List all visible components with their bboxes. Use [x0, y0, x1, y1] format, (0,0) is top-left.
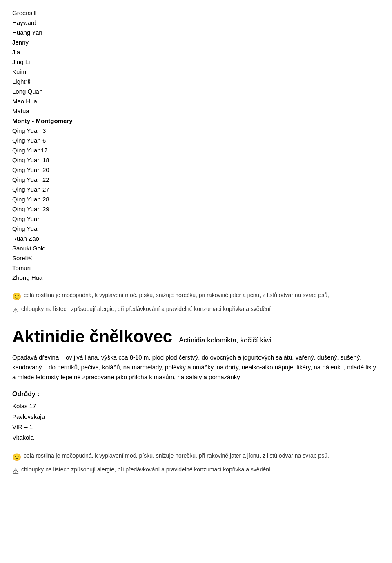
- list-item: Soreli®: [12, 253, 380, 263]
- list-item: Light'®: [12, 77, 380, 87]
- list-item: Jia: [12, 47, 380, 57]
- warning-text-2: chloupky na listech způsobují alergie, p…: [21, 465, 271, 474]
- odrody-item: VIR – 1: [12, 422, 380, 432]
- list-item: Hayward: [12, 18, 380, 28]
- warning-note-1: ⚠ chloupky na listech způsobují alergie,…: [12, 305, 380, 316]
- odrody-section: Odrůdy : Kolas 17PavlovskajaVIR – 1Vitak…: [12, 389, 380, 442]
- list-item: Qing Yuan: [12, 224, 380, 234]
- list-item: Qing Yuan 6: [12, 136, 380, 145]
- smiley-icon-2: 🙂: [12, 452, 21, 463]
- list-item: Mao Hua: [12, 96, 380, 106]
- list-item: Ruan Zao: [12, 234, 380, 244]
- list-item: Tomuri: [12, 263, 380, 273]
- list-item: Jing Li: [12, 57, 380, 67]
- list-item: Qing Yuan: [12, 214, 380, 224]
- list-item: Qing Yuan 18: [12, 155, 380, 165]
- list-item: Huang Yan: [12, 28, 380, 38]
- odrody-list: Kolas 17PavlovskajaVIR – 1Vitakola: [12, 401, 380, 442]
- list-item: Qing Yuan 20: [12, 165, 380, 175]
- list-item: Qing Yuan 22: [12, 175, 380, 185]
- list-item: Sanuki Gold: [12, 244, 380, 253]
- note-text-1: celá rostlina je močopudná, k vyplavení …: [24, 291, 329, 299]
- note-text-2: celá rostlina je močopudná, k vyplavení …: [24, 451, 329, 460]
- list-item: Qing Yuan17: [12, 145, 380, 155]
- list-item: Monty - Montgomery: [12, 116, 380, 126]
- warning-icon-1: ⚠: [12, 305, 19, 316]
- article-description: Opadavá dřevina – ovíjivá liána, výška c…: [12, 353, 380, 382]
- list-item: Kuimi: [12, 67, 380, 77]
- cultivar-list: GreensillHaywardHuang YanJennyJiaJing Li…: [12, 8, 380, 283]
- list-item: Qing Yuan 29: [12, 204, 380, 214]
- list-item: Qing Yuan 27: [12, 185, 380, 194]
- odrody-item: Kolas 17: [12, 401, 380, 411]
- list-item: Jenny: [12, 38, 380, 47]
- warning-text-1: chloupky na listech způsobují alergie, p…: [21, 305, 271, 313]
- warning-icon-2: ⚠: [12, 466, 19, 477]
- list-item: Long Quan: [12, 87, 380, 96]
- list-item: Qing Yuan 3: [12, 126, 380, 136]
- list-item: Greensill: [12, 8, 380, 18]
- odrody-title: Odrůdy :: [12, 389, 380, 399]
- odrody-item: Vitakola: [12, 432, 380, 443]
- article-title-main: Aktinidie čnělkovec: [12, 324, 172, 349]
- list-item: Qing Yuan 28: [12, 194, 380, 204]
- list-item: Zhong Hua: [12, 273, 380, 283]
- article-title-latin: Actinidia kolomikta, kočičí kiwi: [179, 335, 272, 346]
- smiley-note-1: 🙂 celá rostlina je močopudná, k vyplaven…: [12, 291, 380, 302]
- warning-note-2: ⚠ chloupky na listech způsobují alergie,…: [12, 465, 380, 477]
- article-title: Aktinidie čnělkovec Actinidia kolomikta,…: [12, 324, 380, 349]
- smiley-icon-1: 🙂: [12, 291, 21, 302]
- odrody-item: Pavlovskaja: [12, 411, 380, 422]
- list-item: Matua: [12, 106, 380, 116]
- smiley-note-2: 🙂 celá rostlina je močopudná, k vyplaven…: [12, 451, 380, 463]
